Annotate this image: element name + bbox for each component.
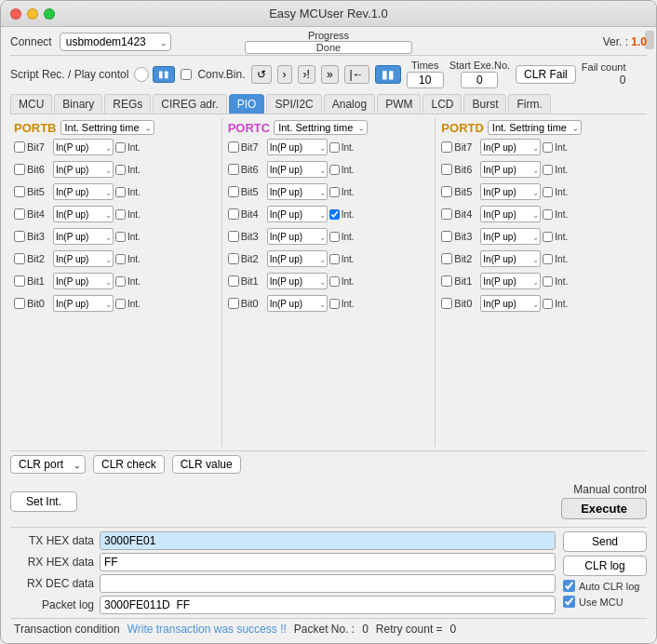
portc-bit6-select[interactable]: In(P up) xyxy=(267,161,328,178)
portd-bit7-int[interactable] xyxy=(543,142,553,153)
conv-bin-checkbox[interactable] xyxy=(181,69,192,80)
portb-bit3-select[interactable]: In(P up) xyxy=(53,228,114,245)
tab-firm[interactable]: Firm. xyxy=(508,94,550,114)
execute-btn[interactable]: Execute xyxy=(561,498,647,519)
portd-bit6-int[interactable] xyxy=(543,165,553,175)
portb-bit3-cb[interactable] xyxy=(14,231,25,242)
portd-bit3-int[interactable] xyxy=(543,232,553,242)
auto-clr-checkbox[interactable] xyxy=(563,580,575,592)
step-fwd-btn[interactable]: › xyxy=(277,65,292,84)
portb-bit6-cb[interactable] xyxy=(14,164,25,175)
portc-bit4-cb[interactable] xyxy=(228,208,239,220)
tab-mcu[interactable]: MCU xyxy=(10,94,52,114)
portd-bit2-select[interactable]: In(P up) xyxy=(480,250,541,267)
portd-bit4-select[interactable]: In(P up) xyxy=(480,206,541,222)
stop-btn[interactable]: ▮▮ xyxy=(375,65,401,84)
portc-bit2-cb[interactable] xyxy=(228,253,239,264)
portd-bit5-cb[interactable] xyxy=(441,186,452,197)
portd-bit5-select[interactable]: In(P up) xyxy=(480,183,541,200)
rec-radio[interactable] xyxy=(134,67,149,82)
portc-bit4-select[interactable]: In(P up) xyxy=(267,206,328,222)
portc-bit3-int[interactable] xyxy=(329,232,340,242)
tab-pwm[interactable]: PWM xyxy=(377,94,421,114)
portd-bit6-cb[interactable] xyxy=(441,164,452,175)
portc-bit2-int[interactable] xyxy=(329,254,340,264)
portd-bit0-select[interactable]: In(P up) xyxy=(480,295,541,312)
portb-bit6-int[interactable] xyxy=(115,165,126,175)
portb-bit0-int[interactable] xyxy=(115,299,126,309)
portb-bit6-select[interactable]: In(P up) xyxy=(53,161,114,178)
portb-bit4-int[interactable] xyxy=(115,209,126,220)
portc-bit6-int[interactable] xyxy=(329,165,340,175)
portb-bit2-int[interactable] xyxy=(115,254,126,264)
rx-hex-input[interactable] xyxy=(100,553,556,571)
portb-bit2-select[interactable]: In(P up) xyxy=(53,250,114,267)
tx-hex-input[interactable] xyxy=(100,531,556,550)
portd-bit4-cb[interactable] xyxy=(441,208,452,220)
portb-bit4-cb[interactable] xyxy=(14,208,25,220)
portd-bit1-int[interactable] xyxy=(543,276,553,287)
tab-spi[interactable]: SPI/I2C xyxy=(266,94,321,114)
portd-bit7-select[interactable]: In(P up) xyxy=(480,139,541,155)
portc-bit7-int[interactable] xyxy=(329,142,340,153)
fast-fwd-btn[interactable]: » xyxy=(321,65,339,84)
portc-bit4-int[interactable] xyxy=(329,209,340,220)
rewind-btn[interactable]: ↺ xyxy=(251,65,272,84)
clr-value-btn[interactable]: CLR value xyxy=(172,455,241,474)
portd-bit3-select[interactable]: In(P up) xyxy=(480,228,541,245)
portb-bit0-select[interactable]: In(P up) xyxy=(53,295,114,312)
tab-analog[interactable]: Analog xyxy=(324,94,375,114)
portd-bit0-int[interactable] xyxy=(543,299,553,309)
portb-bit1-cb[interactable] xyxy=(14,275,25,287)
tab-cireg[interactable]: CIREG adr. xyxy=(153,94,226,114)
send-btn[interactable]: Send xyxy=(563,531,647,552)
maximize-btn[interactable] xyxy=(44,8,55,20)
portb-bit1-select[interactable]: In(P up) xyxy=(53,273,114,289)
portb-bit5-cb[interactable] xyxy=(14,186,25,197)
portc-bit5-select[interactable]: In(P up) xyxy=(267,183,328,200)
portb-bit5-select[interactable]: In(P up) xyxy=(53,183,114,200)
portd-bit5-int[interactable] xyxy=(543,187,553,197)
portb-bit7-cb[interactable] xyxy=(14,141,25,153)
portc-bit1-int[interactable] xyxy=(329,276,340,287)
portc-setting-select[interactable]: Int. Settring time xyxy=(274,120,368,135)
tab-regs[interactable]: REGs xyxy=(104,94,151,114)
portc-bit1-select[interactable]: In(P up) xyxy=(267,273,328,289)
portb-bit0-cb[interactable] xyxy=(14,298,25,309)
portb-bit2-cb[interactable] xyxy=(14,253,25,264)
packet-log-input[interactable] xyxy=(100,596,556,614)
set-int-btn[interactable]: Set Int. xyxy=(10,491,77,512)
play-button[interactable]: ▮▮ xyxy=(153,66,175,83)
tab-pio[interactable]: PIO xyxy=(229,94,265,114)
close-btn[interactable] xyxy=(10,8,21,20)
portd-bit7-cb[interactable] xyxy=(441,141,452,153)
connect-select[interactable]: usbmodem1423 xyxy=(60,33,171,51)
portc-bit0-select[interactable]: In(P up) xyxy=(267,295,328,312)
portd-bit2-int[interactable] xyxy=(543,254,553,264)
portb-bit7-select[interactable]: In(P up) xyxy=(53,139,114,155)
portc-bit1-cb[interactable] xyxy=(228,275,239,287)
start-exe-input[interactable] xyxy=(461,72,498,88)
portc-bit0-cb[interactable] xyxy=(228,298,239,309)
portd-bit1-select[interactable]: In(P up) xyxy=(480,273,541,289)
clr-port-select[interactable]: CLR port xyxy=(10,455,86,474)
portb-bit7-int[interactable] xyxy=(115,142,126,153)
portc-bit3-cb[interactable] xyxy=(228,231,239,242)
portb-bit1-int[interactable] xyxy=(115,276,126,287)
tab-binary[interactable]: Binary xyxy=(54,94,102,114)
minimize-btn[interactable] xyxy=(27,8,38,20)
portd-bit0-cb[interactable] xyxy=(441,298,452,309)
portc-bit5-cb[interactable] xyxy=(228,186,239,197)
portc-bit7-select[interactable]: In(P up) xyxy=(267,139,328,155)
portd-bit1-cb[interactable] xyxy=(441,275,452,287)
tab-burst[interactable]: Burst xyxy=(463,94,506,114)
times-input[interactable]: 10 xyxy=(407,72,444,88)
portd-bit2-cb[interactable] xyxy=(441,253,452,264)
clr-log-btn[interactable]: CLR log xyxy=(563,556,647,576)
portd-bit6-select[interactable]: In(P up) xyxy=(480,161,541,178)
clr-check-btn[interactable]: CLR check xyxy=(93,455,165,474)
portd-bit3-cb[interactable] xyxy=(441,231,452,242)
portd-bit4-int[interactable] xyxy=(543,209,553,220)
rx-dec-input[interactable] xyxy=(100,574,556,593)
portb-bit5-int[interactable] xyxy=(115,187,126,197)
